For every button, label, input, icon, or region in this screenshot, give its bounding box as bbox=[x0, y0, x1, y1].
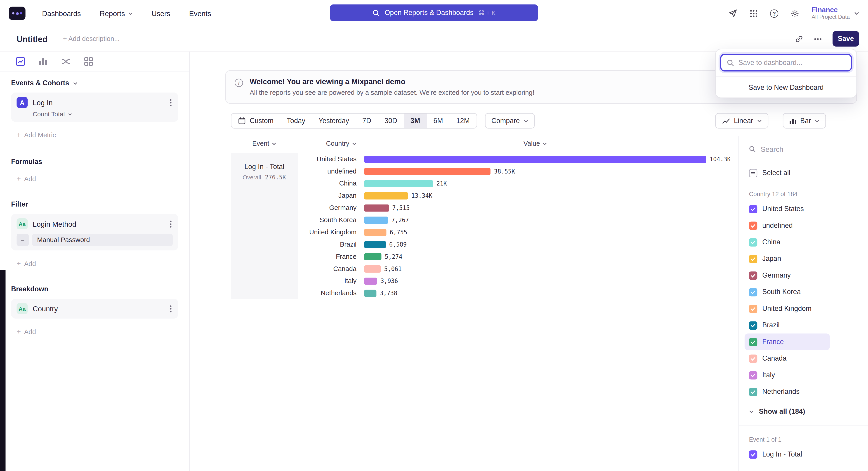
country-checkbox[interactable] bbox=[749, 387, 757, 396]
show-all-button[interactable]: Show all (184) bbox=[749, 402, 858, 421]
add-metric-button[interactable]: + Add Metric bbox=[17, 131, 178, 139]
segment-search-input[interactable] bbox=[761, 145, 858, 153]
more-options-icon[interactable] bbox=[814, 38, 822, 39]
add-filter-button[interactable]: + Add bbox=[17, 259, 178, 268]
range-today-button[interactable]: Today bbox=[280, 114, 312, 128]
add-breakdown-button[interactable]: + Add bbox=[17, 327, 178, 336]
country-checkbox[interactable] bbox=[749, 271, 757, 279]
bar-row: Japan13.34K bbox=[301, 189, 706, 202]
country-checkbox[interactable] bbox=[749, 238, 757, 246]
range-custom-button[interactable]: Custom bbox=[231, 114, 280, 128]
bar-row: United Kingdom6,755 bbox=[301, 226, 706, 238]
chevron-down-icon bbox=[854, 11, 859, 15]
settings-gear-icon[interactable] bbox=[790, 9, 799, 18]
event-checkbox[interactable] bbox=[749, 450, 757, 459]
bar-canada[interactable] bbox=[364, 265, 381, 272]
tab-insights[interactable] bbox=[16, 56, 26, 66]
legend-item-china[interactable]: China bbox=[745, 234, 858, 250]
bar-china[interactable] bbox=[364, 180, 433, 187]
country-checkbox[interactable] bbox=[749, 221, 757, 230]
aggregation-selector[interactable]: Count Total bbox=[33, 111, 173, 117]
copy-link-icon[interactable] bbox=[795, 35, 803, 43]
bar-chart-icon bbox=[789, 118, 796, 124]
legend-item-united-kingdom[interactable]: United Kingdom bbox=[745, 300, 858, 317]
range-30d-button[interactable]: 30D bbox=[378, 114, 404, 128]
bar-united-kingdom[interactable] bbox=[364, 229, 386, 236]
nav-item-users[interactable]: Users bbox=[151, 9, 170, 18]
tab-flows[interactable] bbox=[61, 56, 71, 66]
range-12m-button[interactable]: 12M bbox=[450, 114, 476, 128]
kebab-menu-icon[interactable] bbox=[169, 98, 173, 107]
apps-grid-icon[interactable] bbox=[749, 9, 758, 18]
filter-operator[interactable]: = bbox=[17, 234, 29, 246]
country-checkbox[interactable] bbox=[749, 205, 757, 213]
filter-value[interactable]: Manual Password bbox=[32, 234, 173, 246]
add-formula-button[interactable]: + Add bbox=[17, 174, 178, 183]
country-checkbox[interactable] bbox=[749, 371, 757, 379]
legend-item-germany[interactable]: Germany bbox=[745, 267, 858, 284]
filter-card-login-method[interactable]: Aa Login Method = Manual Password bbox=[11, 214, 178, 251]
legend-item-japan[interactable]: Japan bbox=[745, 251, 858, 267]
bar-germany[interactable] bbox=[364, 204, 389, 211]
country-checkbox[interactable] bbox=[749, 321, 757, 329]
country-checkbox[interactable] bbox=[749, 354, 757, 363]
event-summary-panel[interactable]: Log In - Total Overall 276.5K bbox=[231, 153, 298, 299]
events-cohorts-heading[interactable]: Events & Cohorts bbox=[11, 79, 178, 87]
save-dashboard-search-input[interactable] bbox=[739, 59, 845, 66]
bar-row: South Korea7,267 bbox=[301, 214, 706, 226]
breakdown-card-country[interactable]: Aa Country bbox=[11, 299, 178, 319]
legend-item-united-states[interactable]: United States bbox=[745, 201, 858, 217]
bar-japan[interactable] bbox=[364, 192, 408, 199]
bar-undefined[interactable] bbox=[364, 168, 491, 175]
project-switcher[interactable]: Finance All Project Data bbox=[811, 6, 859, 20]
legend-item-netherlands[interactable]: Netherlands bbox=[745, 383, 858, 400]
legend-item-undefined[interactable]: undefined bbox=[745, 217, 858, 234]
range-6m-button[interactable]: 6M bbox=[427, 114, 450, 128]
report-title[interactable]: Untitled bbox=[17, 34, 48, 44]
nav-item-events[interactable]: Events bbox=[189, 9, 211, 18]
nav-item-reports[interactable]: Reports bbox=[100, 9, 133, 18]
bar-united-states[interactable] bbox=[364, 155, 706, 163]
legend-item-brazil[interactable]: Brazil bbox=[745, 317, 858, 333]
save-button[interactable]: Save bbox=[833, 31, 859, 47]
select-all-checkbox[interactable] bbox=[749, 169, 757, 177]
bar-france[interactable] bbox=[364, 253, 381, 260]
value-column-header[interactable]: Value bbox=[364, 140, 706, 147]
event-card-log-in[interactable]: A Log In Count Total bbox=[11, 92, 178, 122]
chart-type-selector-button[interactable]: Bar bbox=[782, 113, 826, 129]
help-icon[interactable]: ? bbox=[770, 9, 778, 18]
global-search-button[interactable]: Open Reports & Dashboards ⌘ + K bbox=[330, 4, 538, 21]
tab-retention[interactable] bbox=[84, 56, 94, 66]
bar-italy[interactable] bbox=[364, 277, 377, 285]
country-column-header[interactable]: Country bbox=[301, 140, 364, 147]
country-checkbox[interactable] bbox=[749, 288, 757, 296]
kebab-menu-icon[interactable] bbox=[169, 219, 173, 229]
legend-item-log-in-total[interactable]: Log In - Total bbox=[745, 446, 858, 463]
legend-item-canada[interactable]: Canada bbox=[745, 350, 858, 367]
kebab-menu-icon[interactable] bbox=[169, 304, 173, 313]
send-feedback-icon[interactable] bbox=[728, 9, 737, 18]
select-all-row[interactable]: Select all bbox=[749, 165, 858, 181]
compare-button[interactable]: Compare bbox=[485, 113, 535, 129]
save-to-new-dashboard-option[interactable]: Save to New Dashboard bbox=[716, 77, 857, 97]
range-3m-button[interactable]: 3M bbox=[404, 114, 427, 128]
tab-funnels[interactable] bbox=[38, 56, 48, 66]
plus-icon: + bbox=[17, 259, 21, 268]
legend-item-italy[interactable]: Italy bbox=[745, 367, 858, 383]
country-checkbox[interactable] bbox=[749, 304, 757, 313]
mixpanel-logo[interactable] bbox=[9, 6, 25, 20]
range-yesterday-button[interactable]: Yesterday bbox=[312, 114, 356, 128]
bar-netherlands[interactable] bbox=[364, 290, 376, 297]
event-column-header[interactable]: Event bbox=[231, 140, 298, 147]
country-checkbox[interactable] bbox=[749, 255, 757, 263]
range-7d-button[interactable]: 7D bbox=[356, 114, 378, 128]
nav-item-dashboards[interactable]: Dashboards bbox=[42, 9, 81, 18]
legend-item-south-korea[interactable]: South Korea bbox=[745, 284, 858, 300]
bar-south-korea[interactable] bbox=[364, 216, 388, 224]
bar-brazil[interactable] bbox=[364, 241, 386, 248]
segment-filter-panel: Select all Country 12 of 184 United Stat… bbox=[739, 136, 868, 471]
legend-item-france[interactable]: France bbox=[745, 333, 830, 350]
report-description-placeholder[interactable]: + Add description... bbox=[63, 35, 120, 42]
country-checkbox[interactable] bbox=[749, 338, 757, 346]
scale-selector-button[interactable]: Linear bbox=[715, 113, 768, 129]
